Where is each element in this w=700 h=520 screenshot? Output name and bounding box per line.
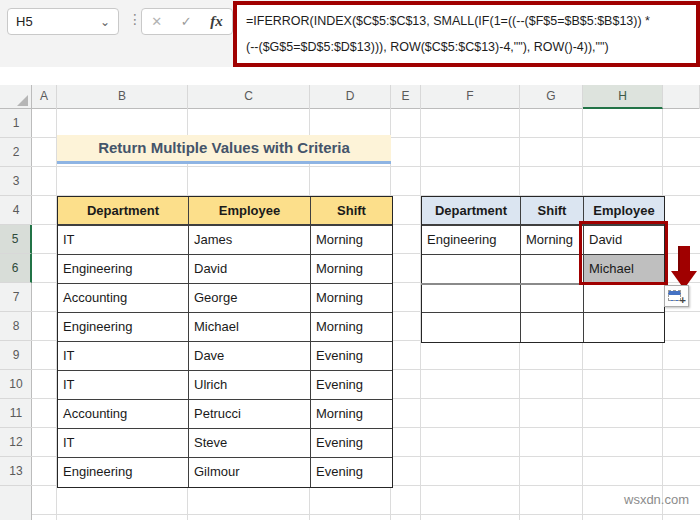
row-header-8[interactable]: 8: [0, 312, 32, 341]
plus-icon: +: [680, 295, 686, 306]
formula-line-2: (--($G$5=$D$5:$D$13))), ROW($C$5:$C$13)-…: [246, 34, 687, 60]
header-employee[interactable]: Employee: [189, 197, 311, 226]
column-header-e[interactable]: E: [391, 85, 421, 109]
cell-f8[interactable]: [422, 313, 521, 342]
row-header-2[interactable]: 2: [0, 138, 32, 167]
cell-b10[interactable]: IT: [58, 371, 189, 400]
formula-input[interactable]: =IFERROR(INDEX($C$5:$C$13, SMALL(IF(1=((…: [233, 1, 700, 67]
row-header-12[interactable]: 12: [0, 428, 32, 457]
cell-c10[interactable]: Ulrich: [189, 371, 311, 400]
selection-bottom-line: [421, 283, 667, 285]
cell-f5[interactable]: Engineering: [422, 226, 521, 255]
row-header-10[interactable]: 10: [0, 370, 32, 399]
cell-b12[interactable]: IT: [58, 429, 189, 458]
cancel-icon[interactable]: ✕: [151, 14, 162, 29]
title-banner[interactable]: Return Multiple Values with Criteria: [57, 135, 391, 164]
row-header-7[interactable]: 7: [0, 283, 32, 312]
column-header-b[interactable]: B: [57, 85, 188, 109]
cell-c11[interactable]: Petrucci: [189, 400, 311, 429]
row-header-1[interactable]: 1: [0, 109, 32, 138]
row-headers: 1 2 3 4 5 6 7 8 9 10 11 12 13: [0, 109, 32, 520]
column-header-a[interactable]: A: [32, 85, 57, 109]
select-all-triangle-icon: [17, 95, 28, 106]
formula-line-1: =IFERROR(INDEX($C$5:$C$13, SMALL(IF(1=((…: [246, 8, 687, 34]
cell-b6[interactable]: Engineering: [58, 255, 189, 284]
cell-d9[interactable]: Evening: [311, 342, 392, 371]
table-row: IT Dave Evening: [58, 342, 392, 371]
header-department[interactable]: Department: [422, 197, 521, 226]
cell-g7[interactable]: [521, 284, 584, 313]
cell-b9[interactable]: IT: [58, 342, 189, 371]
column-header-g[interactable]: G: [520, 85, 583, 109]
formula-bar-buttons: ✕ ✓ fx: [141, 8, 233, 35]
table-row: [422, 284, 664, 313]
cell-g6[interactable]: [521, 255, 584, 284]
header-department[interactable]: Department: [58, 197, 189, 226]
cell-c12[interactable]: Steve: [189, 429, 311, 458]
column-header-c[interactable]: C: [188, 85, 310, 109]
row-header-4[interactable]: 4: [0, 196, 32, 225]
insert-function-icon[interactable]: fx: [210, 13, 223, 30]
cell-d5[interactable]: Morning: [311, 226, 392, 255]
table-row: Engineering Michael Morning: [58, 313, 392, 342]
row-header-3[interactable]: 3: [0, 167, 32, 196]
cell-g8[interactable]: [521, 313, 584, 342]
header-employee[interactable]: Employee: [584, 197, 664, 226]
row-header-13[interactable]: 13: [0, 457, 32, 486]
cell-d7[interactable]: Morning: [311, 284, 392, 313]
cell-b5[interactable]: IT: [58, 226, 189, 255]
column-header-f[interactable]: F: [421, 85, 520, 109]
row-header-6-selected[interactable]: 6: [0, 254, 32, 283]
arrow-down-icon: [671, 246, 697, 290]
cell-h8[interactable]: [584, 313, 664, 342]
table-row: Engineering David Morning: [58, 255, 392, 284]
cell-b8[interactable]: Engineering: [58, 313, 189, 342]
autofill-options-button[interactable]: +: [664, 285, 689, 307]
cell-d6[interactable]: Morning: [311, 255, 392, 284]
watermark: wsxdn.com: [624, 492, 689, 507]
cell-b13[interactable]: Engineering: [58, 458, 189, 487]
source-table: Department Employee Shift IT James Morni…: [57, 196, 393, 488]
formula-bar-spacer: [0, 67, 700, 85]
cell-h5[interactable]: David: [584, 226, 664, 255]
cell-c5[interactable]: James: [189, 226, 311, 255]
cell-c9[interactable]: Dave: [189, 342, 311, 371]
enter-icon[interactable]: ✓: [181, 14, 192, 29]
table-row: Engineering Morning David: [422, 226, 664, 255]
cell-d13[interactable]: Evening: [311, 458, 392, 487]
cell-f7[interactable]: [422, 284, 521, 313]
cell-h6-active[interactable]: Michael: [584, 255, 664, 284]
formula-bar: H5 ⌄ ⋮ ✕ ✓ fx =IFERROR(INDEX($C$5:$C$13,…: [0, 0, 700, 85]
table-header-row: Department Employee Shift: [58, 197, 392, 226]
table-row: Engineering Gilmour Evening: [58, 458, 392, 487]
cell-h7[interactable]: [584, 284, 664, 313]
column-header-h-selected[interactable]: H: [583, 85, 663, 109]
select-all-button[interactable]: [0, 85, 32, 109]
chevron-down-icon[interactable]: ⌄: [100, 15, 110, 29]
cell-b7[interactable]: Accounting: [58, 284, 189, 313]
column-header-i[interactable]: [663, 85, 700, 109]
cell-d8[interactable]: Morning: [311, 313, 392, 342]
cell-f6[interactable]: [422, 255, 521, 284]
cell-c6[interactable]: David: [189, 255, 311, 284]
table-row: IT Steve Evening: [58, 429, 392, 458]
row-header-5-selected[interactable]: 5: [0, 225, 32, 254]
header-shift[interactable]: Shift: [521, 197, 584, 226]
cell-reference: H5: [16, 14, 100, 29]
cell-d11[interactable]: Morning: [311, 400, 392, 429]
cell-c13[interactable]: Gilmour: [189, 458, 311, 487]
column-header-d[interactable]: D: [310, 85, 391, 109]
cell-c8[interactable]: Michael: [189, 313, 311, 342]
row-header-9[interactable]: 9: [0, 341, 32, 370]
table-row: IT James Morning: [58, 226, 392, 255]
name-box-resize-dots-icon: ⋮: [128, 11, 142, 27]
cell-d10[interactable]: Evening: [311, 371, 392, 400]
cell-c7[interactable]: George: [189, 284, 311, 313]
cell-d12[interactable]: Evening: [311, 429, 392, 458]
cell-b11[interactable]: Accounting: [58, 400, 189, 429]
header-shift[interactable]: Shift: [311, 197, 392, 226]
name-box[interactable]: H5 ⌄: [7, 8, 119, 35]
row-header-11[interactable]: 11: [0, 399, 32, 428]
table-header-row: Department Shift Employee: [422, 197, 664, 226]
cell-g5[interactable]: Morning: [521, 226, 584, 255]
